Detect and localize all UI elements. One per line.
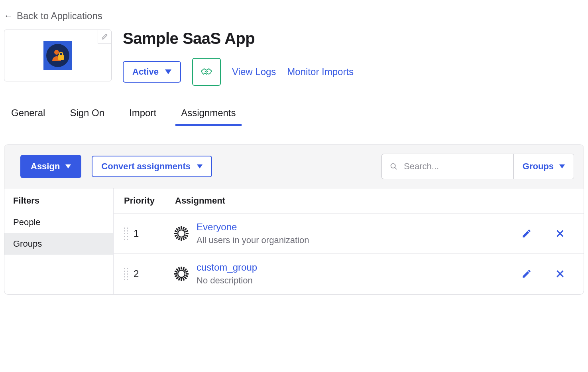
- pencil-icon: [102, 34, 108, 40]
- assignments-panel: Assign Convert assignments Groups: [4, 144, 584, 295]
- assign-label: Assign: [31, 161, 60, 172]
- svg-line-9: [176, 228, 178, 230]
- chevron-down-icon: [65, 164, 71, 168]
- assignment-description: All users in your organization: [197, 235, 521, 245]
- group-icon: [173, 266, 189, 282]
- table-row: 1: [114, 213, 584, 253]
- tab-general[interactable]: General: [11, 102, 45, 126]
- chevron-down-icon: [197, 164, 203, 168]
- view-logs-link[interactable]: View Logs: [232, 66, 276, 77]
- table-row: 2: [114, 253, 584, 294]
- assignment-description: No description: [197, 275, 521, 286]
- svg-line-36: [175, 271, 177, 272]
- pencil-icon: [521, 228, 532, 239]
- handshake-button[interactable]: [192, 58, 221, 86]
- chevron-down-icon: [559, 164, 565, 168]
- search-scope-dropdown[interactable]: Groups: [513, 154, 574, 179]
- svg-line-31: [185, 269, 187, 271]
- chevron-down-icon: [165, 69, 171, 74]
- svg-point-4: [178, 230, 185, 237]
- priority-value: 2: [132, 268, 173, 279]
- status-label: Active: [132, 67, 159, 77]
- svg-line-19: [175, 235, 177, 236]
- svg-line-11: [176, 237, 178, 239]
- filters-sidebar: Filters People Groups: [4, 188, 114, 294]
- drag-handle[interactable]: [124, 228, 132, 240]
- edit-logo-button[interactable]: [98, 30, 111, 44]
- svg-line-10: [185, 237, 187, 239]
- tab-assignments[interactable]: Assignments: [181, 102, 236, 126]
- svg-line-28: [176, 269, 178, 271]
- remove-assignment-button[interactable]: [555, 269, 565, 279]
- priority-value: 1: [132, 228, 173, 239]
- svg-line-39: [185, 271, 188, 272]
- svg-line-14: [183, 237, 184, 240]
- assign-dropdown[interactable]: Assign: [20, 155, 81, 178]
- svg-line-32: [179, 267, 180, 269]
- group-icon: [173, 226, 189, 241]
- svg-point-2: [391, 164, 395, 168]
- svg-point-23: [178, 270, 185, 277]
- tab-sign-on[interactable]: Sign On: [70, 102, 104, 126]
- svg-line-16: [179, 237, 180, 240]
- svg-line-35: [179, 278, 180, 280]
- filter-people[interactable]: People: [4, 212, 113, 233]
- convert-assignments-dropdown[interactable]: Convert assignments: [92, 156, 212, 177]
- handshake-icon: [200, 67, 213, 77]
- svg-line-12: [185, 228, 187, 230]
- svg-line-30: [176, 277, 178, 279]
- svg-line-13: [179, 227, 180, 229]
- app-logo-card: [4, 30, 112, 81]
- filter-groups[interactable]: Groups: [4, 233, 113, 255]
- pencil-icon: [521, 269, 532, 279]
- assignments-table: Priority Assignment 1: [114, 188, 584, 294]
- arrow-left-icon: ←: [4, 11, 13, 21]
- tab-bar: General Sign On Import Assignments: [4, 102, 584, 126]
- edit-assignment-button[interactable]: [521, 228, 532, 239]
- svg-line-37: [185, 275, 188, 277]
- convert-label: Convert assignments: [101, 161, 191, 172]
- close-icon: [555, 269, 565, 279]
- svg-line-3: [395, 167, 397, 169]
- assignment-name-link[interactable]: Everyone: [197, 222, 521, 233]
- app-title: Sample SaaS App: [123, 30, 354, 47]
- drag-handle[interactable]: [124, 268, 132, 280]
- search-icon: [390, 162, 397, 171]
- priority-header: Priority: [124, 196, 175, 206]
- back-link-label: Back to Applications: [17, 10, 102, 22]
- tab-import[interactable]: Import: [129, 102, 156, 126]
- search-box: Groups: [382, 154, 574, 179]
- assignment-name-link[interactable]: custom_group: [197, 262, 521, 273]
- edit-assignment-button[interactable]: [521, 269, 532, 279]
- back-to-applications-link[interactable]: ← Back to Applications: [4, 8, 102, 30]
- svg-line-33: [183, 278, 184, 280]
- status-dropdown[interactable]: Active: [123, 61, 181, 83]
- app-logo: [43, 41, 72, 70]
- search-input[interactable]: [404, 161, 505, 172]
- assignment-header: Assignment: [175, 196, 225, 206]
- svg-line-17: [175, 231, 177, 232]
- svg-rect-1: [58, 55, 64, 60]
- close-icon: [555, 228, 565, 239]
- groups-scope-label: Groups: [523, 161, 554, 172]
- svg-line-38: [175, 275, 177, 277]
- svg-line-20: [185, 231, 188, 232]
- filters-title: Filters: [4, 188, 113, 212]
- monitor-imports-link[interactable]: Monitor Imports: [287, 66, 354, 77]
- remove-assignment-button[interactable]: [555, 228, 565, 239]
- svg-point-0: [54, 50, 59, 55]
- svg-line-18: [185, 235, 188, 236]
- svg-line-15: [183, 227, 184, 229]
- svg-line-34: [183, 267, 184, 269]
- svg-line-29: [185, 277, 187, 279]
